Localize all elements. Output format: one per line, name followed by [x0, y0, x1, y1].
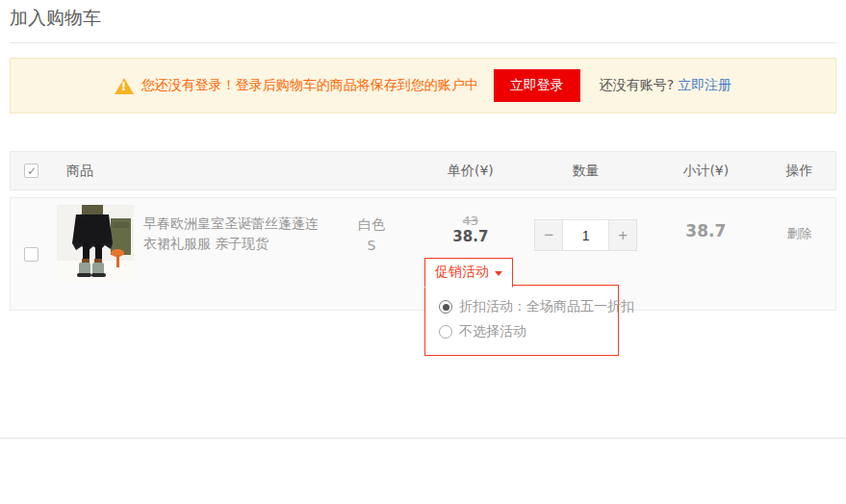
current-price: 38.7	[418, 228, 524, 245]
login-warning-text: 您还没有登录！登录后购物车的商品将保存到您的账户中	[141, 77, 478, 94]
promotion-option-label: 折扣活动：全场商品五一折扣	[459, 298, 634, 315]
original-price: 43	[418, 214, 524, 228]
promotion-label: 促销活动	[435, 264, 489, 281]
chevron-down-icon	[495, 271, 502, 276]
quantity-decrease-button[interactable]: −	[534, 219, 563, 251]
page-title: 加入购物车	[10, 6, 101, 31]
radio-unselected-icon[interactable]	[439, 325, 452, 339]
no-account-text: 还没有账号?	[600, 77, 674, 94]
cart-table-header: ✓ 商品 单价(¥) 数量 小计(¥) 操作	[10, 151, 836, 190]
login-warning-banner: 您还没有登录！登录后购物车的商品将保存到您的账户中 立即登录 还没有账号? 立即…	[10, 58, 836, 113]
cart-item-row: ✓	[10, 197, 836, 311]
product-image-graphic	[57, 205, 134, 282]
item-delete-link[interactable]: 删除	[787, 225, 812, 242]
promotion-option-discount[interactable]: 折扣活动：全场商品五一折扣	[439, 298, 604, 315]
header-select-all-checkbox[interactable]: ✓	[24, 164, 38, 178]
item-checkbox[interactable]: ✓	[24, 247, 38, 262]
product-size: S	[328, 235, 415, 256]
title-divider	[10, 42, 836, 43]
promotion-dropdown-toggle[interactable]: 促销活动	[424, 258, 513, 288]
promotion-option-label: 不选择活动	[459, 323, 526, 340]
quantity-input[interactable]	[563, 219, 608, 251]
header-quantity: 数量	[524, 163, 649, 180]
quantity-increase-button[interactable]: +	[608, 219, 637, 251]
promotion-dropdown: 促销活动 折扣活动：全场商品五一折扣 不选择活动	[424, 258, 513, 288]
product-color: 白色	[328, 214, 415, 235]
product-image[interactable]	[57, 205, 134, 282]
header-action: 操作	[763, 163, 835, 180]
warning-icon	[115, 78, 134, 94]
register-now-link[interactable]: 立即注册	[678, 77, 731, 94]
product-variant: 白色 S	[328, 214, 415, 256]
radio-selected-icon[interactable]	[439, 300, 452, 314]
header-unit-price: 单价(¥)	[418, 163, 524, 180]
item-subtotal: 38.7	[648, 221, 763, 240]
quantity-stepper: − +	[534, 219, 637, 251]
header-subtotal: 小计(¥)	[648, 163, 763, 180]
promotion-panel: 折扣活动：全场商品五一折扣 不选择活动	[424, 285, 619, 356]
shopping-cart-page: 加入购物车 您还没有登录！登录后购物车的商品将保存到您的账户中 立即登录 还没有…	[0, 0, 846, 504]
cart-footer-bar: ✓ 全选 删除 清除失效商品 已选商品 0 件 合计(不含运费): 0.00¥ …	[0, 438, 846, 504]
login-now-button[interactable]: 立即登录	[494, 69, 580, 102]
product-title[interactable]: 早春欧洲皇室圣诞蕾丝蓬蓬连衣裙礼服服 亲子现货	[143, 214, 328, 254]
promotion-option-none[interactable]: 不选择活动	[439, 323, 604, 340]
header-product: 商品	[66, 163, 93, 180]
